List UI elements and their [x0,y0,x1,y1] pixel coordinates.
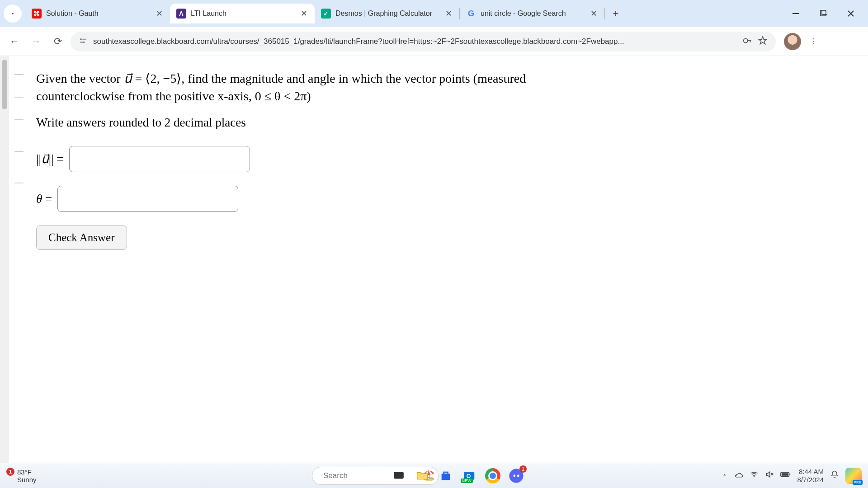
theta-label: θ = [36,192,52,206]
browser-menu-button[interactable]: ⋮ [805,33,823,51]
svg-rect-23 [789,474,790,475]
tab-gauth[interactable]: ⌘ Solution - Gauth ✕ [25,4,170,23]
file-explorer-button[interactable] [414,467,431,484]
chevron-down-icon [9,10,16,17]
tab-title: LTI Launch [191,9,295,18]
close-window-button[interactable] [842,5,860,23]
svg-point-18 [509,469,523,483]
svg-point-20 [517,474,519,477]
inner-scroll-marks [14,65,24,454]
svg-point-21 [753,476,755,478]
tab-separator [604,8,605,19]
notifications-icon[interactable] [830,470,839,481]
profile-avatar[interactable] [784,33,801,50]
maximize-button[interactable] [815,5,833,23]
svg-rect-0 [793,13,799,14]
svg-point-19 [514,474,515,477]
task-view-button[interactable] [390,467,407,484]
wifi-icon[interactable] [750,470,759,481]
windows-taskbar: 1 83°F Sunny 🏖️ ONEW [0,463,868,488]
svg-rect-4 [82,38,86,39]
svg-rect-1 [821,10,826,16]
problem-text-part: counterclockwise from the positive x-axi… [36,89,311,103]
copilot-button[interactable] [845,468,862,484]
svg-rect-6 [80,42,83,42]
svg-point-5 [83,41,85,42]
svg-rect-24 [781,473,788,476]
close-icon[interactable]: ✕ [300,8,308,19]
problem-text-part: = ⟨2, −5⟩, find the magnitude and angle … [132,71,526,85]
google-favicon-icon: G [466,9,476,19]
close-icon[interactable]: ✕ [155,8,164,19]
forward-button[interactable]: → [27,33,45,51]
tab-title: Solution - Gauth [46,9,151,18]
tab-title: unit circle - Google Search [481,9,585,18]
tray-expand-icon[interactable] [722,471,728,480]
svg-rect-13 [394,472,403,478]
problem-text-part: Given the vector [36,71,124,85]
bookmark-star-icon[interactable] [758,36,768,47]
reload-button[interactable]: ⟳ [49,33,67,51]
minimize-button[interactable] [788,5,806,23]
battery-icon[interactable] [780,470,791,481]
magnitude-row: ||u⃗|| = [36,146,854,172]
tab-lti-launch[interactable]: Λ LTI Launch ✕ [170,4,315,23]
page-content: Given the vector u⃗ = ⟨2, −5⟩, find the … [0,56,868,463]
tab-google-search[interactable]: G unit circle - Google Search ✕ [460,4,604,23]
password-icon[interactable] [742,36,752,47]
check-answer-button[interactable]: Check Answer [36,225,127,250]
back-button[interactable]: ← [5,33,24,51]
magnitude-label: ||u⃗|| = [36,152,64,166]
problem-instruction: Write answers rounded to 2 decimal place… [36,116,854,130]
discord-button[interactable] [508,467,525,484]
lti-favicon-icon: Λ [176,9,186,19]
weather-badge: 1 [6,468,14,476]
weather-widget[interactable]: 1 83°F Sunny [6,468,37,483]
new-tab-button[interactable]: + [608,5,624,22]
svg-rect-15 [443,472,448,474]
svg-point-7 [744,38,748,42]
clock[interactable]: 8:44 AM 8/7/2024 [797,468,824,484]
date-text: 8/7/2024 [797,476,824,484]
outlook-button[interactable]: ONEW [461,467,478,484]
volume-muted-icon[interactable] [765,470,774,481]
desmos-favicon-icon: ✓ [321,9,331,19]
angle-row: θ = [36,186,854,212]
gauth-favicon-icon: ⌘ [32,9,42,19]
scrollbar-thumb[interactable] [2,60,7,109]
weather-condition: Sunny [17,476,37,483]
time-text: 8:44 AM [797,468,824,476]
browser-tab-strip: ⌘ Solution - Gauth ✕ Λ LTI Launch ✕ ✓ De… [0,0,868,27]
svg-point-3 [80,38,81,40]
address-bar[interactable]: southtexascollege.blackboard.com/ultra/c… [71,32,776,52]
close-icon[interactable]: ✕ [590,8,598,19]
problem-statement: Given the vector u⃗ = ⟨2, −5⟩, find the … [36,70,854,105]
tab-search-dropdown[interactable] [4,5,22,23]
problem-container: Given the vector u⃗ = ⟨2, −5⟩, find the … [9,56,868,463]
angle-input[interactable] [57,186,238,212]
window-controls [788,5,864,23]
url-text: southtexascollege.blackboard.com/ultra/c… [93,37,737,46]
taskbar-center: 🏖️ ONEW [343,467,525,484]
tab-desmos[interactable]: ✓ Desmos | Graphing Calculator ✕ [315,4,459,23]
svg-rect-9 [750,40,751,42]
close-icon[interactable]: ✕ [444,8,453,19]
tab-title: Desmos | Graphing Calculator [335,9,440,18]
taskbar-search[interactable]: 🏖️ [367,467,384,484]
system-tray: 8:44 AM 8/7/2024 [722,468,862,484]
cloud-icon[interactable] [734,470,743,481]
site-settings-icon[interactable] [79,36,88,47]
chrome-button[interactable] [484,467,501,484]
ms-store-button[interactable] [437,467,454,484]
browser-toolbar: ← → ⟳ southtexascollege.blackboard.com/u… [0,27,868,56]
weather-temp: 83°F [17,468,32,476]
magnitude-input[interactable] [69,146,250,172]
vector-u: u⃗ [124,71,132,85]
scrollbar-gutter[interactable] [0,56,9,463]
